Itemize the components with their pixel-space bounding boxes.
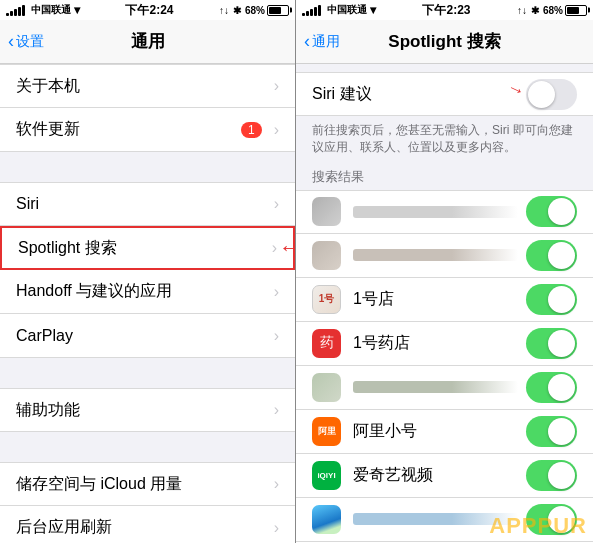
back-chevron-right: ‹ (304, 31, 310, 52)
app-name-6: 阿里小号 (353, 421, 526, 442)
label-spotlight: Spotlight 搜索 (18, 238, 268, 259)
chevron-update: › (274, 121, 279, 139)
toggle-knob (528, 81, 555, 108)
time-left: 下午2:24 (125, 2, 173, 19)
red-arrow-left: ← (279, 235, 295, 261)
label-handoff: Handoff 与建议的应用 (16, 281, 270, 302)
toggle-knob-7 (548, 462, 575, 489)
battery-body-right (565, 5, 587, 16)
section-storage: 储存空间与 iCloud 用量 › 后台应用刷新 › 自动锁定 1 分钟 › (0, 462, 295, 543)
right-status-icons-left: ↑↓ ✱ 68% (219, 5, 289, 16)
label-storage: 储存空间与 iCloud 用量 (16, 474, 270, 495)
chevron-accessibility: › (274, 401, 279, 419)
back-chevron-left: ‹ (8, 31, 14, 52)
toggle-1[interactable] (526, 196, 577, 227)
app-name-blur-1 (353, 206, 518, 218)
siri-suggestions-label: Siri 建议 (312, 84, 526, 105)
right-signal: 中国联通 ▾ (302, 3, 376, 17)
chevron-about: › (274, 77, 279, 95)
signal-bars (6, 5, 25, 16)
list-item-update[interactable]: 软件更新 1 › (0, 108, 295, 152)
toggle-3[interactable] (526, 284, 577, 315)
chevron-spotlight: › (272, 239, 277, 257)
siri-description: 前往搜索页后，您甚至无需输入，Siri 即可向您建议应用、联系人、位置以及更多内… (296, 116, 593, 164)
arrow-icon-left: ↑↓ (219, 5, 229, 16)
list-item-accessibility[interactable]: 辅助功能 › (0, 388, 295, 432)
siri-toggle[interactable] (526, 79, 577, 110)
app-icon-7: iQIYI (312, 461, 341, 490)
back-button-right[interactable]: ‹ 通用 (304, 31, 340, 52)
signal-bars-right (302, 5, 321, 16)
back-button-left[interactable]: ‹ 设置 (8, 31, 44, 52)
app-icon-3: 1号 (312, 285, 341, 314)
list-item-background[interactable]: 后台应用刷新 › (0, 506, 295, 543)
spotlight-content: Siri 建议 → 前往搜索页后，您甚至无需输入，Siri 即可向您建议应用、联… (296, 64, 593, 543)
label-update: 软件更新 (16, 119, 241, 140)
chevron-carplay: › (274, 327, 279, 345)
app-icon-5 (312, 373, 341, 402)
app-row-6[interactable]: 阿里 阿里小号 (296, 410, 593, 454)
badge-update: 1 (241, 122, 262, 138)
list-item-carplay[interactable]: CarPlay › (0, 314, 295, 358)
right-nav-bar: ‹ 通用 Spotlight 搜索 (296, 20, 593, 64)
section-siri: Siri › Spotlight 搜索 › ← Handoff 与建议的应用 ›… (0, 182, 295, 358)
battery-right: 68% (543, 5, 587, 16)
app-icon-2 (312, 241, 341, 270)
toggle-knob-5 (548, 374, 575, 401)
battery-left: 68% (245, 5, 289, 16)
time-right: 下午2:23 (422, 2, 470, 19)
toggle-knob-4 (548, 330, 575, 357)
toggle-6[interactable] (526, 416, 577, 447)
right-phone-panel: 中国联通 ▾ 下午2:23 ↑↓ ✱ 68% ‹ 通用 Spotlight 搜索… (296, 0, 593, 543)
app-name-4: 1号药店 (353, 333, 526, 354)
app-row-2[interactable] (296, 234, 593, 278)
bluetooth-icon-right: ✱ (531, 5, 539, 16)
left-status-bar: 中国联通 ▾ 下午2:24 ↑↓ ✱ 68% (0, 0, 295, 20)
toggle-knob-1 (548, 198, 575, 225)
section-main: 关于本机 › 软件更新 1 › (0, 64, 295, 152)
app-row-4[interactable]: 药 1号药店 (296, 322, 593, 366)
label-carplay: CarPlay (16, 327, 270, 345)
left-signal: 中国联通 ▾ (6, 3, 80, 17)
carrier-right: 中国联通 (327, 3, 367, 17)
nav-title-right: Spotlight 搜索 (388, 30, 500, 53)
app-row-1[interactable] (296, 190, 593, 234)
watermark: APPPUR (483, 509, 593, 543)
app-icon-8 (312, 505, 341, 534)
toggle-4[interactable] (526, 328, 577, 359)
right-status-bar: 中国联通 ▾ 下午2:23 ↑↓ ✱ 68% (296, 0, 593, 20)
wifi-right: ▾ (370, 3, 376, 17)
list-item-storage[interactable]: 储存空间与 iCloud 用量 › (0, 462, 295, 506)
chevron-handoff: › (274, 283, 279, 301)
toggle-knob-6 (548, 418, 575, 445)
toggle-2[interactable] (526, 240, 577, 271)
carrier-left: 中国联通 (31, 3, 71, 17)
app-row-3[interactable]: 1号 1号店 (296, 278, 593, 322)
label-background: 后台应用刷新 (16, 517, 270, 538)
app-row-5[interactable] (296, 366, 593, 410)
search-results-header: 搜索结果 (296, 164, 593, 190)
chevron-background: › (274, 519, 279, 537)
right-status-icons-right: ↑↓ ✱ 68% (517, 5, 587, 16)
left-phone-panel: 中国联通 ▾ 下午2:24 ↑↓ ✱ 68% ‹ 设置 通用 关于本机 (0, 0, 296, 543)
app-icon-6: 阿里 (312, 417, 341, 446)
list-item-about[interactable]: 关于本机 › (0, 64, 295, 108)
app-icon-4: 药 (312, 329, 341, 358)
toggle-7[interactable] (526, 460, 577, 491)
back-label-left: 设置 (16, 33, 44, 51)
settings-list-left: 关于本机 › 软件更新 1 › Siri › Spotlight 搜索 › ← (0, 64, 295, 543)
back-label-right: 通用 (312, 33, 340, 51)
nav-title-left: 通用 (131, 30, 165, 53)
bluetooth-icon-left: ✱ (233, 5, 241, 16)
list-item-siri[interactable]: Siri › (0, 182, 295, 226)
battery-body-left (267, 5, 289, 16)
chevron-siri: › (274, 195, 279, 213)
wifi-left: ▾ (74, 3, 80, 17)
app-name-3: 1号店 (353, 289, 526, 310)
list-item-handoff[interactable]: Handoff 与建议的应用 › (0, 270, 295, 314)
app-row-7[interactable]: iQIYI 爱奇艺视频 (296, 454, 593, 498)
divider-3 (0, 432, 295, 462)
toggle-5[interactable] (526, 372, 577, 403)
list-item-spotlight[interactable]: Spotlight 搜索 › ← (0, 226, 295, 270)
battery-fill-left (269, 7, 281, 14)
